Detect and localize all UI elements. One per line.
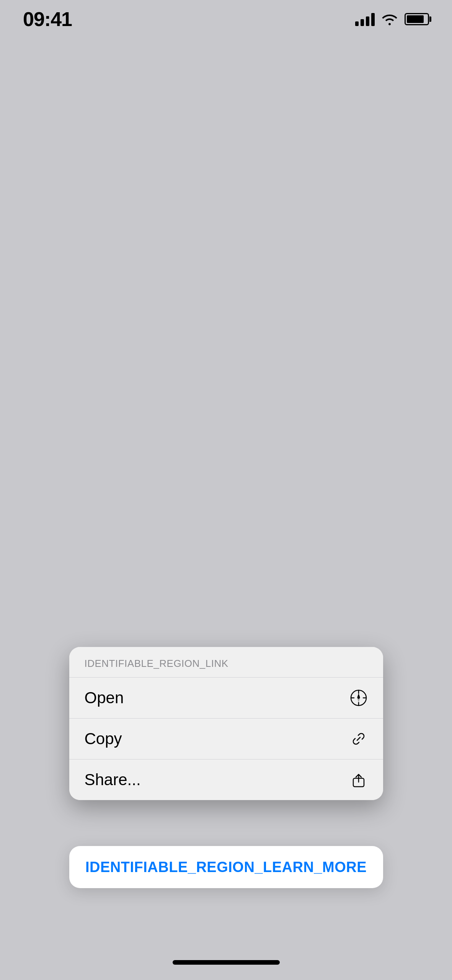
learn-more-text: IDENTIFIABLE_REGION_LEARN_MORE xyxy=(85,859,367,875)
context-menu-item-share[interactable]: Share... xyxy=(69,760,383,800)
context-menu-header: IDENTIFIABLE_REGION_LINK xyxy=(69,647,383,677)
context-menu-header-text: IDENTIFIABLE_REGION_LINK xyxy=(85,658,228,669)
context-menu-item-copy-label: Copy xyxy=(85,730,122,748)
learn-more-button[interactable]: IDENTIFIABLE_REGION_LEARN_MORE xyxy=(69,846,383,888)
wifi-icon xyxy=(382,13,398,25)
context-menu-item-share-label: Share... xyxy=(85,771,141,789)
context-menu-item-open-label: Open xyxy=(85,689,124,707)
share-icon xyxy=(349,771,368,789)
link-icon xyxy=(349,730,368,748)
home-indicator xyxy=(173,960,280,965)
signal-icon xyxy=(355,12,375,26)
context-menu-item-open[interactable]: Open xyxy=(69,678,383,718)
context-menu: IDENTIFIABLE_REGION_LINK Open Copy xyxy=(69,647,383,800)
status-bar: 09:41 xyxy=(0,0,452,38)
context-menu-item-copy[interactable]: Copy xyxy=(69,719,383,759)
status-icons xyxy=(355,12,429,26)
battery-icon xyxy=(405,13,429,25)
compass-icon xyxy=(349,689,368,707)
status-time: 09:41 xyxy=(23,8,72,31)
